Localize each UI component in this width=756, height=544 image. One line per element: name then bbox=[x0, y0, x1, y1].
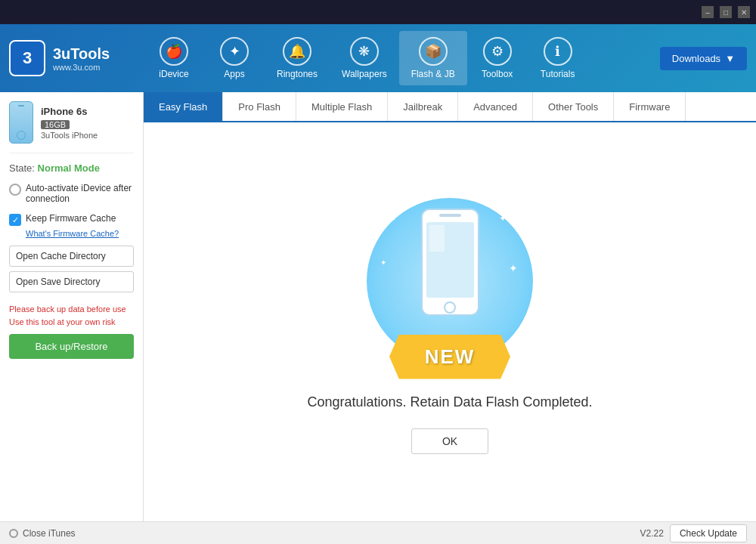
state-row: State: Normal Mode bbox=[9, 162, 134, 174]
open-save-directory-button[interactable]: Open Save Directory bbox=[9, 271, 134, 292]
state-value: Normal Mode bbox=[38, 162, 100, 174]
tab-jailbreak[interactable]: Jailbreak bbox=[388, 92, 458, 121]
nav-item-flash-jb[interactable]: 📦 Flash & JB bbox=[399, 31, 467, 85]
tab-advanced[interactable]: Advanced bbox=[458, 92, 533, 121]
downloads-arrow-icon: ▼ bbox=[725, 53, 735, 64]
maximize-button[interactable]: □ bbox=[720, 6, 732, 18]
logo-text: 3uTools www.3u.com bbox=[53, 45, 110, 72]
downloads-button[interactable]: Downloads ▼ bbox=[660, 47, 747, 70]
tab-pro-flash[interactable]: Pro Flash bbox=[223, 92, 296, 121]
phone-illustration bbox=[414, 206, 486, 330]
keep-firmware-label: Keep Firmware Cache bbox=[26, 213, 116, 224]
close-itunes-label: Close iTunes bbox=[23, 528, 76, 539]
auto-activate-label: Auto-activate iDevice after connection bbox=[26, 183, 134, 204]
sparkle-1: ✦ bbox=[389, 209, 399, 224]
nav-item-tutorials[interactable]: ℹ Tutorials bbox=[528, 31, 588, 85]
logo-area: 3 3uTools www.3u.com bbox=[0, 40, 144, 76]
header: 3 3uTools www.3u.com 🍎 iDevice ✦ Apps 🔔 … bbox=[0, 24, 756, 92]
app-url: www.3u.com bbox=[53, 63, 110, 72]
tab-multiple-flash[interactable]: Multiple Flash bbox=[296, 92, 388, 121]
nav-label-apps: Apps bbox=[224, 69, 244, 79]
toolbox-icon: ⚙ bbox=[483, 37, 512, 66]
svg-rect-2 bbox=[439, 214, 461, 217]
version-area: V2.22 Check Update bbox=[640, 524, 747, 542]
congrats-message: Congratulations. Retain Data Flash Compl… bbox=[307, 394, 592, 410]
auto-activate-radio[interactable] bbox=[9, 184, 21, 196]
title-bar: – □ ✕ bbox=[0, 0, 756, 24]
ringtones-icon: 🔔 bbox=[283, 37, 311, 66]
flash-content: ✦ ✦ ✦ ✦ NEW Congratulations. Retain Data… bbox=[144, 122, 756, 521]
apps-icon: ✦ bbox=[220, 37, 249, 66]
status-bar: Close iTunes V2.22 Check Update bbox=[0, 521, 756, 544]
device-name: 3uTools iPhone bbox=[41, 131, 98, 140]
tab-bar: Easy Flash Pro Flash Multiple Flash Jail… bbox=[144, 92, 756, 122]
nav-label-ringtones: Ringtones bbox=[277, 69, 318, 79]
device-icon bbox=[9, 101, 33, 144]
nav-item-wallpapers[interactable]: ❋ Wallpapers bbox=[330, 31, 399, 85]
warning-text: Please back up data before use Use this … bbox=[9, 303, 134, 328]
status-circle-icon bbox=[9, 529, 18, 538]
sparkle-4: ✦ bbox=[509, 262, 518, 274]
wallpapers-icon: ❋ bbox=[350, 37, 379, 66]
new-ribbon: NEW bbox=[389, 335, 510, 379]
sparkle-3: ✦ bbox=[380, 258, 386, 267]
idevice-icon: 🍎 bbox=[160, 37, 188, 66]
open-cache-directory-button[interactable]: Open Cache Directory bbox=[9, 246, 134, 267]
keep-firmware-row: ✓ Keep Firmware Cache bbox=[9, 213, 134, 226]
device-info: iPhone 6s 16GB 3uTools iPhone bbox=[41, 106, 98, 140]
app-name: 3uTools bbox=[53, 45, 110, 63]
tab-easy-flash[interactable]: Easy Flash bbox=[144, 92, 223, 121]
backup-restore-button[interactable]: Back up/Restore bbox=[9, 334, 134, 359]
device-model: iPhone 6s bbox=[41, 106, 98, 117]
nav-label-tutorials: Tutorials bbox=[541, 69, 575, 79]
nav-label-wallpapers: Wallpapers bbox=[342, 69, 387, 79]
tab-other-tools[interactable]: Other Tools bbox=[533, 92, 614, 121]
device-storage: 16GB bbox=[41, 120, 70, 129]
device-area: iPhone 6s 16GB 3uTools iPhone bbox=[9, 101, 134, 153]
keep-firmware-checkbox[interactable]: ✓ bbox=[9, 214, 21, 226]
sparkle-2: ✦ bbox=[499, 213, 507, 224]
minimize-button[interactable]: – bbox=[702, 6, 714, 18]
tab-firmware[interactable]: Firmware bbox=[614, 92, 686, 121]
state-label: State: bbox=[9, 162, 35, 174]
nav-label-toolbox: Toolbox bbox=[482, 69, 513, 79]
auto-activate-row: Auto-activate iDevice after connection bbox=[9, 183, 134, 204]
sidebar: iPhone 6s 16GB 3uTools iPhone State: Nor… bbox=[0, 92, 144, 521]
svg-rect-4 bbox=[429, 225, 445, 252]
flash-jb-icon: 📦 bbox=[419, 37, 448, 66]
content-area: Easy Flash Pro Flash Multiple Flash Jail… bbox=[144, 92, 756, 521]
nav-bar: 🍎 iDevice ✦ Apps 🔔 Ringtones ❋ Wallpaper… bbox=[144, 31, 660, 85]
close-itunes-area: Close iTunes bbox=[9, 528, 76, 539]
check-update-button[interactable]: Check Update bbox=[670, 524, 747, 542]
ok-button[interactable]: OK bbox=[411, 428, 488, 454]
nav-item-ringtones[interactable]: 🔔 Ringtones bbox=[265, 31, 330, 85]
nav-item-idevice[interactable]: 🍎 iDevice bbox=[144, 31, 204, 85]
main-layout: iPhone 6s 16GB 3uTools iPhone State: Nor… bbox=[0, 92, 756, 521]
nav-label-idevice: iDevice bbox=[159, 69, 188, 79]
close-button[interactable]: ✕ bbox=[738, 6, 750, 18]
firmware-cache-link[interactable]: What's Firmware Cache? bbox=[26, 229, 134, 238]
nav-item-apps[interactable]: ✦ Apps bbox=[204, 31, 265, 85]
logo-icon: 3 bbox=[9, 40, 45, 76]
illustration: ✦ ✦ ✦ ✦ NEW bbox=[367, 190, 533, 379]
nav-item-toolbox[interactable]: ⚙ Toolbox bbox=[467, 31, 528, 85]
version-text: V2.22 bbox=[640, 528, 664, 539]
nav-label-flash-jb: Flash & JB bbox=[411, 69, 455, 79]
tutorials-icon: ℹ bbox=[544, 37, 572, 66]
